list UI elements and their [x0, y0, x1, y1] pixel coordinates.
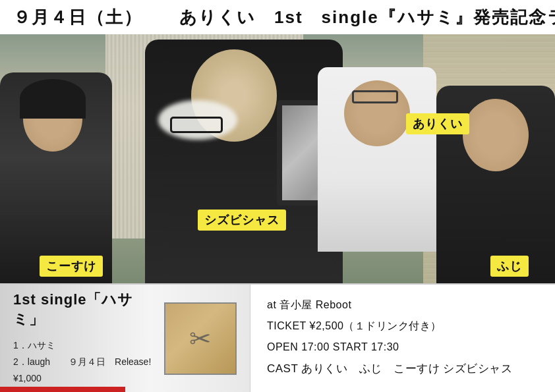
label-fuji: ふじ — [490, 256, 529, 277]
glasses-shizubishes — [170, 117, 223, 133]
label-arikui: ありくい — [406, 113, 469, 134]
label-kosuke: こーすけ — [40, 256, 103, 277]
event-venue: at 音小屋 Reboot — [267, 294, 539, 316]
header: ９月４日（土） ありくい 1st single『ハサミ』発売記念ライブ — [0, 0, 555, 34]
page-wrapper: ９月４日（土） ありくい 1st single『ハサミ』発売記念ライブ ありくい… — [0, 0, 555, 392]
cd-cover-image — [164, 302, 237, 375]
person-kosuke — [0, 72, 112, 283]
event-time: OPEN 17:00 START 17:30 — [267, 337, 539, 358]
cd-panel: 1st single「ハサミ」 1．ハサミ 2．laugh ９月４日 Relea… — [0, 285, 250, 392]
event-title: ９月４日（土） ありくい 1st single『ハサミ』発売記念ライブ — [13, 6, 555, 29]
label-shizubishes: シズビシャス — [198, 210, 286, 231]
glasses-arikui — [352, 90, 398, 103]
bottom-section: 1st single「ハサミ」 1．ハサミ 2．laugh ９月４日 Relea… — [0, 283, 555, 392]
event-panel: at 音小屋 Reboot TICKET ¥2,500（１ドリンク付き） OPE… — [250, 285, 555, 392]
cd-red-accent — [0, 387, 125, 392]
cd-price: ¥1,000 — [13, 370, 154, 387]
cd-track2: 2．laugh ９月４日 Release! — [13, 354, 154, 370]
cd-title: 1st single「ハサミ」 — [13, 290, 154, 329]
photo-section: ありくい シズビシャス こーすけ ふじ — [0, 34, 555, 283]
cd-text-block: 1st single「ハサミ」 1．ハサミ 2．laugh ９月４日 Relea… — [13, 290, 154, 387]
event-ticket: TICKET ¥2,500（１ドリンク付き） — [267, 316, 539, 337]
event-cast: CAST ありくい ふじ こーすけ シズビシャス — [267, 358, 539, 380]
cd-track1: 1．ハサミ — [13, 337, 154, 354]
